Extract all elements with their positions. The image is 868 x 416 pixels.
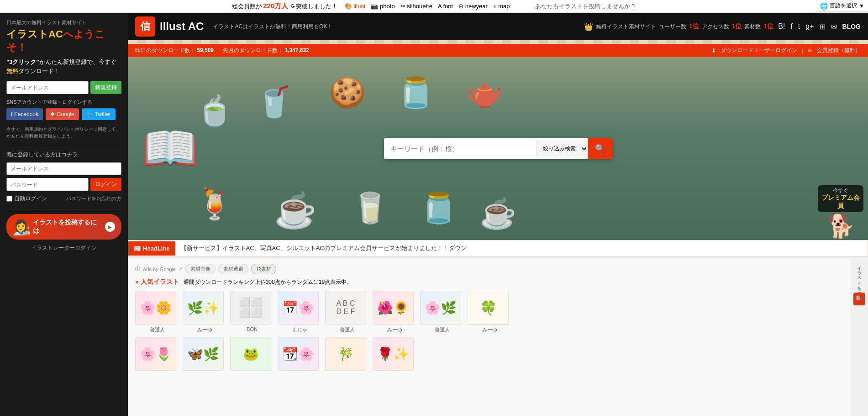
register-icon: ✏ bbox=[808, 48, 812, 54]
divider-2 bbox=[6, 209, 121, 209]
announce-text: 総会員数が 220万人 を突破しました！ bbox=[232, 2, 337, 11]
headline-bar: 📰 HeadLine 【新サービス】イラストAC、写真AC、シルエットACのプレ… bbox=[128, 240, 868, 256]
hero-milk-illustration: 🥛 bbox=[352, 191, 389, 225]
post-avatar-icon: 👩‍🎨 bbox=[13, 219, 29, 235]
login-email-input[interactable] bbox=[6, 162, 121, 175]
yesterday-downloads: 昨日のダウンロード数： 59,509 bbox=[135, 47, 214, 54]
ads-material-images-btn[interactable]: 素材画像 bbox=[185, 264, 216, 274]
sns-label: SNSアカウントで登録・ログインする bbox=[6, 99, 121, 106]
headline-icon: 📰 bbox=[134, 245, 141, 252]
hero-machine-illustration: ☕ bbox=[479, 196, 516, 231]
ads-material-transparent-btn[interactable]: 素材透過 bbox=[218, 264, 248, 274]
hero-coffee-illustration: ☕ bbox=[274, 191, 317, 231]
nav-font-link[interactable]: A font bbox=[438, 3, 453, 10]
auto-login-label[interactable]: 自動ログイン bbox=[6, 195, 47, 203]
premium-dog-widget[interactable]: 今すぐ プレミアム会員 🐕 bbox=[818, 185, 863, 240]
illust-author-6: みーゆ bbox=[373, 326, 416, 333]
hatena-icon[interactable]: B! bbox=[778, 22, 785, 31]
right-search-widget: イラストを検索 🔍 bbox=[850, 259, 868, 416]
logo-area: 信 Illust AC イラストACはイラストが無料！商用利用もOK！ bbox=[135, 16, 332, 37]
dog-illustration: 🐕 bbox=[826, 213, 855, 240]
login-password-input[interactable] bbox=[6, 178, 89, 191]
search-filter-select[interactable]: 絞り込み検索 bbox=[536, 141, 588, 156]
site-subtitle: 日本最大の無料イラスト素材サイト bbox=[6, 19, 121, 26]
agree-text: 今すぐ、利用規約とプライバシーポリシーに同意して、かんたん無料新規登録をしよう。 bbox=[6, 126, 121, 139]
blog-link[interactable]: BLOG bbox=[842, 23, 861, 30]
illust-card-13[interactable]: 🎋 bbox=[325, 337, 369, 373]
search-button[interactable]: 🔍 bbox=[588, 138, 612, 159]
language-selector[interactable]: 🌐 言語を選択 ▼ bbox=[816, 0, 868, 12]
nav-illust-link[interactable]: 🎨 illust bbox=[345, 3, 366, 10]
illust-card-7[interactable]: 🌸🌿 普通人 bbox=[420, 291, 464, 333]
search-input[interactable] bbox=[384, 139, 536, 158]
facebook-header-icon[interactable]: f bbox=[790, 22, 792, 31]
illust-thumb-14: 🌹✨ bbox=[373, 337, 414, 371]
ads-flower-material-btn[interactable]: 花素材 bbox=[251, 264, 276, 274]
illust-card-4[interactable]: 📅🌸 もじゃ bbox=[278, 291, 321, 333]
illust-card-2[interactable]: 🌿✨ みーゆ bbox=[183, 291, 226, 333]
illust-author-1: 普通人 bbox=[135, 326, 179, 333]
mail-icon[interactable]: ✉ bbox=[831, 22, 837, 31]
member-register-link[interactable]: 会員登録（無料） bbox=[817, 47, 861, 54]
login-button[interactable]: ログイン bbox=[90, 178, 121, 191]
rss-icon[interactable]: ⊞ bbox=[820, 22, 826, 31]
googleplus-icon[interactable]: g+ bbox=[805, 22, 814, 31]
illust-card-5[interactable]: A B CD E F 普通人 bbox=[325, 291, 369, 333]
illust-card-6[interactable]: 🌺🌻 みーゆ bbox=[373, 291, 416, 333]
illust-card-3[interactable]: ⬜⬜⬜⬜ BON bbox=[230, 291, 274, 333]
nav-map-link[interactable]: + map bbox=[493, 3, 510, 10]
twitter-login-button[interactable]: 🐦 Twitter bbox=[82, 108, 116, 120]
email-register-input[interactable] bbox=[6, 81, 89, 94]
facebook-login-button[interactable]: f Facebook bbox=[6, 108, 43, 120]
register-button[interactable]: 新規登録 bbox=[90, 81, 121, 94]
google-icon: ✱ bbox=[50, 111, 55, 117]
search-box: 絞り込み検索 🔍 bbox=[384, 138, 612, 159]
nav-silhouette-link[interactable]: ✂ silhouette bbox=[400, 3, 432, 10]
header-icons: B! f t g+ ⊞ ✉ BLOG bbox=[778, 22, 861, 31]
illust-card-14[interactable]: 🌹✨ bbox=[373, 337, 416, 373]
illust-author-5: 普通人 bbox=[325, 326, 369, 333]
illust-thumb-11: 🐸 bbox=[230, 337, 271, 371]
email-register-row: 新規登録 bbox=[6, 81, 121, 94]
hero-grinder-illustration: 🫙 bbox=[420, 191, 457, 225]
right-search-button[interactable]: 🔍 bbox=[853, 293, 865, 305]
illust-card-11[interactable]: 🐸 bbox=[230, 337, 274, 373]
auto-login-checkbox[interactable] bbox=[6, 196, 12, 202]
logo-tagline: イラストACはイラストが無料！商用利用もOK！ bbox=[213, 23, 332, 31]
announcement-bar: 総会員数が 220万人 を突破しました！ 🎨 illust 📷 photo ✂ … bbox=[0, 0, 868, 13]
login-pass-row: ログイン bbox=[6, 178, 121, 191]
headline-text: 【新サービス】イラストAC、写真AC、シルエットACのプレミアム会員サービスが始… bbox=[175, 240, 868, 256]
popular-subtitle: 週間ダウンロードランキング上位300点からランダムに19点表示中。 bbox=[184, 278, 352, 286]
hero-plates-illustration: 🫙 bbox=[397, 75, 434, 110]
illust-card-10[interactable]: 🦋🌿 bbox=[183, 337, 226, 373]
forgot-password-link[interactable]: パスワードをお忘れの方 bbox=[66, 195, 121, 202]
right-widget-text: イラストを検索 bbox=[856, 263, 863, 288]
illust-grid-2: 🌸🌷 🦋🌿 🐸 📆🌸 🎋 🌹✨ bbox=[135, 337, 861, 373]
premium-bubble: 今すぐ プレミアム会員 bbox=[818, 185, 863, 212]
lastmonth-downloads: 先月のダウンロード数： 1,347,632 bbox=[223, 47, 309, 54]
google-login-button[interactable]: ✱ Google bbox=[46, 108, 79, 120]
illust-card-12[interactable]: 📆🌸 bbox=[278, 337, 321, 373]
illust-thumb-1: 🌸🌼 bbox=[135, 291, 176, 325]
illust-thumb-6: 🌺🌻 bbox=[373, 291, 414, 325]
nav-newyear-link[interactable]: ⊕ newyear bbox=[458, 3, 488, 10]
illust-card-9[interactable]: 🌸🌷 bbox=[135, 337, 179, 373]
site-title: イラストACへようこそ！ bbox=[6, 28, 121, 54]
site-header: 信 Illust AC イラストACはイラストが無料！商用利用もOK！ 👑 無料… bbox=[128, 13, 868, 40]
illust-author-2: みーゆ bbox=[183, 326, 226, 333]
headline-label: 📰 HeadLine bbox=[128, 241, 175, 256]
ads-bar: ⓘ Ads by Google ↗ 素材画像 素材透過 花素材 bbox=[135, 264, 861, 274]
illustrator-login-link[interactable]: イラストレーターログイン bbox=[6, 244, 121, 252]
illust-thumb-12: 📆🌸 bbox=[278, 337, 319, 371]
illust-card-8[interactable]: 🍀 みーゆ bbox=[468, 291, 511, 333]
nav-photo-link[interactable]: 📷 photo bbox=[371, 3, 395, 10]
chevron-down-icon: ▼ bbox=[859, 3, 864, 9]
twitter-header-icon[interactable]: t bbox=[798, 22, 800, 31]
popular-title: 人気イラスト bbox=[135, 278, 179, 286]
illust-card-1[interactable]: 🌸🌼 普通人 bbox=[135, 291, 179, 333]
popular-title-row: 人気イラスト 週間ダウンロードランキング上位300点からランダムに19点表示中。 bbox=[135, 278, 861, 286]
hero-drink-illustration: 🥤 bbox=[256, 85, 293, 119]
download-login-link[interactable]: ダウンロードユーザーログイン bbox=[721, 47, 797, 54]
post-illustration-button[interactable]: 👩‍🎨 イラストを投稿するには ▶ bbox=[6, 214, 121, 240]
stripe-decoration bbox=[128, 40, 868, 44]
